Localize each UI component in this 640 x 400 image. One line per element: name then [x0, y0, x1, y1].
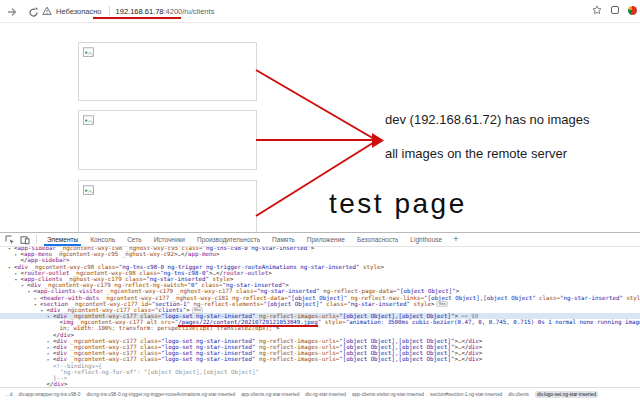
- forward-arrow-icon: [6, 6, 18, 18]
- annotation-title: test page: [329, 188, 467, 220]
- breadcrumb-item[interactable]: app-clients.ng-star-inserted: [241, 392, 299, 397]
- broken-image-icon: [83, 47, 94, 58]
- devtools-toolbar: ЭлементыКонсольСетьИсточникиПроизводител…: [0, 233, 640, 247]
- devtools-tab-strip: ЭлементыКонсольСетьИсточникиПроизводител…: [41, 233, 448, 246]
- broken-image-placeholder: [78, 42, 257, 101]
- annotation-text-2: all images on the remote server: [385, 146, 567, 161]
- devtools-tab-память[interactable]: Память: [266, 233, 301, 246]
- security-label: Небезопасно: [56, 7, 102, 16]
- annotation-text-1: dev (192.168.61.72) has no images: [385, 112, 590, 127]
- bookmark-star-icon[interactable]: [592, 5, 602, 15]
- broken-image-icon: [83, 185, 94, 196]
- devtools-tab-источники[interactable]: Источники: [148, 233, 191, 246]
- breadcrumb-item[interactable]: div.ng-tns-c98-0.ng-trigger.ng-trigger-r…: [87, 392, 236, 397]
- selected-node-marker: == $0: [461, 313, 478, 319]
- reload-button[interactable]: [28, 4, 39, 22]
- url-path: :4200/ru/clients: [164, 7, 215, 16]
- devtools-tab-lighthouse[interactable]: Lighthouse: [404, 233, 448, 246]
- url-red-underline-annotation: [93, 17, 181, 19]
- devtools-tab-элементы[interactable]: Элементы: [41, 233, 84, 246]
- breadcrumb-item[interactable]: section#section-1.ng-star-inserted: [430, 392, 502, 397]
- browser-window: Небезопасно 192.168.61.78:4200/ru/client…: [0, 0, 640, 400]
- browser-toolbar: Небезопасно 192.168.61.78:4200/ru/client…: [0, 0, 640, 23]
- devtools-panel: ЭлементыКонсольСетьИсточникиПроизводител…: [0, 232, 640, 400]
- breadcrumb-item[interactable]: div.logo-set.ng-star-inserted: [535, 391, 598, 398]
- breadcrumb-item[interactable]: app-clients-visitor.ng-star-inserted: [352, 392, 424, 397]
- elements-breadcrumbs: …ddiv.app-wrapper.ng-tns-c98-0div.ng-tns…: [0, 387, 640, 400]
- reload-icon: [28, 7, 39, 18]
- breadcrumb-item[interactable]: div.ng-star-inserted: [305, 392, 346, 397]
- device-toolbar-button[interactable]: [20, 235, 30, 245]
- more-tabs-button[interactable]: +: [448, 234, 463, 245]
- inspect-element-button[interactable]: [5, 235, 15, 245]
- elements-tree: ▾<app-sidebar _ngcontent-wxy-c98 _nghost…: [0, 247, 640, 399]
- extensions-icon[interactable]: [610, 5, 620, 15]
- device-toolbar-icon: [20, 235, 30, 245]
- forward-button[interactable]: [6, 4, 18, 22]
- devtools-tab-производительность[interactable]: Производительность: [191, 233, 266, 246]
- inspect-cursor-icon: [5, 235, 15, 245]
- broken-image-icon: [83, 115, 94, 126]
- devtools-tab-приложение[interactable]: Приложение: [301, 233, 351, 246]
- flex-badge[interactable]: flex: [436, 301, 448, 308]
- devtools-tab-сеть[interactable]: Сеть: [121, 233, 147, 246]
- not-secure-warning-icon: [42, 6, 52, 16]
- url-host: 192.168.61.78: [116, 7, 164, 16]
- toolbar-divider: [36, 235, 37, 244]
- profile-avatar[interactable]: [628, 6, 637, 15]
- devtools-tab-безопасность[interactable]: Безопасность: [351, 233, 404, 246]
- breadcrumb-item[interactable]: div.app-wrapper.ng-tns-c98-0: [18, 392, 80, 397]
- breadcrumb-item[interactable]: div.clients: [508, 392, 529, 397]
- broken-image-placeholder: [78, 180, 257, 234]
- page-content: dev (192.168.61.72) has no images all im…: [0, 23, 640, 232]
- breadcrumb-item[interactable]: …d: [5, 392, 12, 397]
- omnibox-divider: [109, 6, 110, 16]
- devtools-tab-консоль[interactable]: Консоль: [84, 233, 121, 246]
- broken-image-placeholder: [78, 110, 257, 170]
